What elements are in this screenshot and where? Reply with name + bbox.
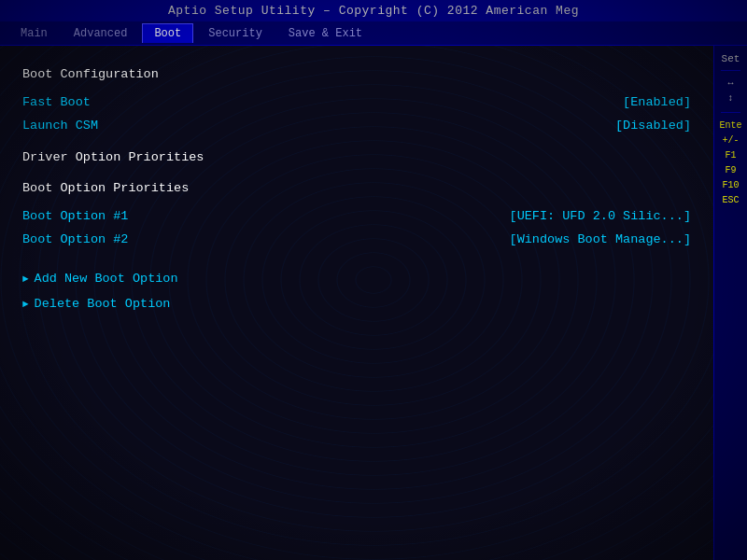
- sidebar-divider-top: [721, 70, 741, 71]
- boot-option1-label: Boot Option #1: [22, 206, 128, 228]
- nav-tabs: Main Advanced Boot Security Save & Exit: [0, 21, 747, 46]
- boot-config-header: Boot Configuration: [22, 64, 691, 86]
- fast-boot-value: [Enabled]: [623, 92, 691, 114]
- tab-advanced[interactable]: Advanced: [63, 24, 139, 43]
- main-area: Boot Configuration Fast Boot [Enabled] L…: [0, 46, 747, 560]
- key-f1-label: F1: [719, 148, 741, 163]
- fast-boot-row[interactable]: Fast Boot [Enabled]: [22, 91, 691, 115]
- key-arrows-h: ↔: [727, 77, 733, 91]
- boot-option2-label: Boot Option #2: [22, 230, 128, 251]
- delete-boot-label: Delete Boot Option: [35, 294, 171, 315]
- add-boot-label: Add New Boot Option: [35, 269, 178, 290]
- delete-boot-arrow-icon: ►: [22, 296, 29, 314]
- left-panel: Boot Configuration Fast Boot [Enabled] L…: [0, 46, 713, 560]
- key-f10-label: F10: [719, 178, 741, 193]
- key-select-scroll: ↔ ↕: [727, 77, 733, 106]
- launch-csm-value: [Disabled]: [615, 116, 691, 137]
- key-esc-label: ESC: [719, 193, 741, 208]
- key-f9-label: F9: [719, 163, 741, 178]
- title-bar: Aptio Setup Utility – Copyright (C) 2012…: [0, 0, 747, 21]
- add-new-boot-option[interactable]: ► Add New Boot Option: [22, 267, 691, 292]
- right-sidebar: Set ↔ ↕ Ente +/- F1 F9 F10 ESC: [713, 46, 747, 560]
- add-boot-arrow-icon: ►: [22, 271, 29, 288]
- bios-screen: Aptio Setup Utility – Copyright (C) 2012…: [0, 0, 747, 560]
- title-text: Aptio Setup Utility – Copyright (C) 2012…: [168, 4, 579, 18]
- driver-priorities-header: Driver Option Priorities: [22, 147, 691, 169]
- boot-option1-value: [UEFI: UFD 2.0 Silic...]: [510, 206, 691, 228]
- sidebar-divider-2: [721, 112, 741, 113]
- key-enter-label: Ente: [719, 119, 741, 133]
- tab-boot[interactable]: Boot: [142, 23, 193, 43]
- boot-option2-row[interactable]: Boot Option #2 [Windows Boot Manage...]: [22, 229, 691, 252]
- main-content: Aptio Setup Utility – Copyright (C) 2012…: [0, 0, 747, 560]
- boot-option2-value: [Windows Boot Manage...]: [510, 230, 691, 251]
- boot-priorities-header: Boot Option Priorities: [22, 178, 691, 200]
- key-hints-block: Ente +/- F1 F9 F10 ESC: [719, 119, 741, 208]
- boot-option1-row[interactable]: Boot Option #1 [UEFI: UFD 2.0 Silic...]: [22, 205, 691, 229]
- sidebar-header: Set: [718, 53, 743, 64]
- tab-main[interactable]: Main: [9, 24, 59, 43]
- launch-csm-label: Launch CSM: [22, 116, 98, 137]
- tab-save-exit[interactable]: Save & Exit: [277, 24, 374, 43]
- tab-security[interactable]: Security: [197, 24, 274, 43]
- key-plusminus-label: +/-: [719, 133, 741, 148]
- fast-boot-label: Fast Boot: [22, 92, 91, 114]
- delete-boot-option[interactable]: ► Delete Boot Option: [22, 292, 691, 317]
- key-arrows-v: ↕: [727, 91, 733, 106]
- launch-csm-row[interactable]: Launch CSM [Disabled]: [22, 115, 691, 138]
